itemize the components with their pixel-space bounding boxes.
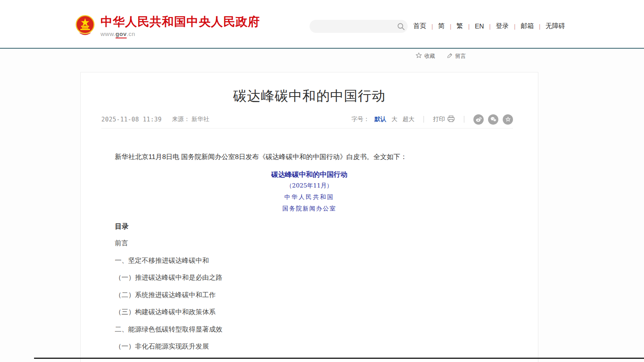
top-navigation: 首页| 简| 繁| EN| 登录| 邮箱| 无障碍: [413, 22, 570, 30]
source-group: 来源： 新华社: [172, 116, 209, 123]
print-button[interactable]: 打印: [433, 116, 455, 123]
print-label: 打印: [433, 116, 445, 123]
source-value: 新华社: [192, 116, 209, 122]
share-buttons: [473, 114, 513, 125]
toc-item: 二、能源绿色低碳转型取得显著成效: [115, 325, 222, 334]
meta-separator: [424, 116, 424, 123]
site-header: 中华人民共和国中央人民政府 www.gov.cn 首页| 简| 繁| EN| 登…: [0, 0, 644, 48]
font-size-xlarge-button[interactable]: 超大: [403, 116, 414, 123]
toc-heading: 目录: [115, 222, 129, 231]
meta-left: 2025-11-08 11:39 来源： 新华社: [101, 116, 209, 123]
toc-item: 一、坚定不移推进碳达峰碳中和: [115, 256, 222, 265]
document-org-line1: 中华人民共和国: [81, 193, 538, 201]
article-card: 碳达峰碳中和的中国行动 2025-11-08 11:39 来源： 新华社 字号：…: [80, 72, 538, 362]
article-title: 碳达峰碳中和的中国行动: [81, 87, 538, 105]
toc-item: （三）构建碳达峰碳中和政策体系: [115, 307, 222, 317]
share-star-icon[interactable]: [503, 114, 513, 125]
source-label: 来源：: [172, 116, 190, 122]
nav-link-mail[interactable]: 邮箱: [515, 22, 539, 30]
meta-right: 字号： 默认 大 超大 打印: [351, 114, 513, 125]
nav-link-login[interactable]: 登录: [491, 22, 514, 30]
comment-button[interactable]: 留言: [447, 52, 466, 60]
star-icon: [416, 52, 422, 60]
nav-link-traditional[interactable]: 繁: [451, 22, 468, 30]
pencil-icon: [447, 53, 453, 60]
toc-item: （一）非化石能源实现跃升发展: [115, 342, 222, 351]
site-url: www.gov.cn: [101, 30, 260, 37]
toc-item: （一）推进碳达峰碳中和是必由之路: [115, 273, 222, 282]
meta-separator: [464, 116, 464, 123]
weibo-icon[interactable]: [473, 114, 484, 125]
table-of-contents: 前言 一、坚定不移推进碳达峰碳中和 （一）推进碳达峰碳中和是必由之路 （二）系统…: [115, 239, 222, 351]
nav-link-simplified[interactable]: 简: [433, 22, 450, 30]
nav-link-accessibility[interactable]: 无障碍: [540, 22, 570, 30]
comment-label: 留言: [455, 53, 466, 60]
page: 中华人民共和国中央人民政府 www.gov.cn 首页| 简| 繁| EN| 登…: [0, 0, 644, 362]
publish-date: 2025-11-08 11:39: [101, 116, 162, 123]
toc-item: （二）系统推进碳达峰碳中和工作: [115, 290, 222, 299]
site-title: 中华人民共和国中央人民政府: [101, 15, 260, 28]
lead-paragraph: 新华社北京11月8日电 国务院新闻办公室8日发布《碳达峰碳中和的中国行动》白皮书…: [101, 152, 517, 162]
font-size-large-button[interactable]: 大: [391, 116, 397, 123]
header-divider: [0, 48, 644, 49]
document-org-line2: 国务院新闻办公室: [81, 205, 538, 212]
wechat-icon[interactable]: [488, 114, 498, 125]
favorite-label: 收藏: [424, 53, 435, 60]
search-icon[interactable]: [394, 23, 408, 30]
document-title: 碳达峰碳中和的中国行动: [81, 170, 538, 179]
site-logo-link[interactable]: 中华人民共和国中央人民政府 www.gov.cn: [75, 15, 260, 38]
font-size-label: 字号：: [351, 116, 369, 123]
document-date: （2025年11月）: [81, 182, 538, 190]
favorite-button[interactable]: 收藏: [416, 52, 435, 60]
nav-link-home[interactable]: 首页: [413, 22, 431, 30]
article-meta-bar: 2025-11-08 11:39 来源： 新华社 字号： 默认 大 超大 打印: [101, 114, 513, 129]
printer-icon: [447, 116, 455, 123]
logo-text: 中华人民共和国中央人民政府 www.gov.cn: [101, 15, 260, 37]
national-emblem-icon: [75, 15, 95, 38]
search-input[interactable]: [310, 20, 394, 33]
search-bar: [310, 20, 408, 33]
nav-link-english[interactable]: EN: [470, 23, 489, 30]
toc-item: 前言: [115, 239, 222, 248]
page-action-row: 收藏 留言: [416, 52, 466, 60]
bottom-edge-line: [34, 358, 644, 359]
font-size-default-button[interactable]: 默认: [374, 116, 386, 123]
